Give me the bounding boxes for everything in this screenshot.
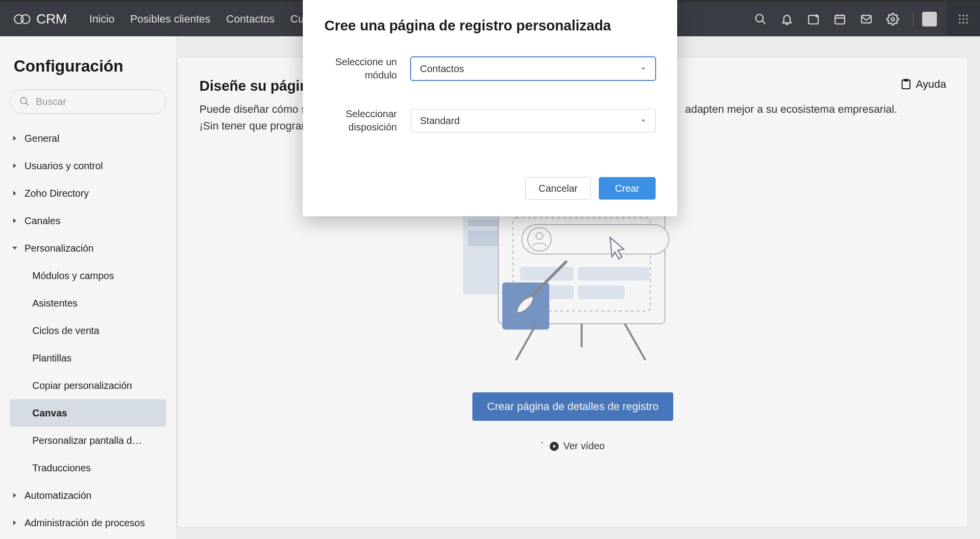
modal-backdrop[interactable]: Cree una página de registro personalizad…	[0, 0, 980, 539]
module-select[interactable]: Contactos	[411, 57, 656, 80]
cancel-button[interactable]: Cancelar	[525, 177, 591, 200]
layout-select[interactable]: Standard	[411, 109, 656, 132]
layout-select-value: Standard	[420, 115, 460, 127]
create-canvas-modal: Cree una página de registro personalizad…	[303, 0, 677, 216]
layout-select-label: Seleccionar disposición	[324, 107, 411, 134]
chevron-down-icon	[640, 118, 646, 124]
module-select-label: Seleccione un módulo	[324, 55, 411, 82]
chevron-down-icon	[640, 66, 646, 72]
modal-title: Cree una página de registro personalizad…	[324, 18, 656, 34]
create-button[interactable]: Crear	[599, 177, 656, 200]
module-select-value: Contactos	[420, 63, 464, 75]
